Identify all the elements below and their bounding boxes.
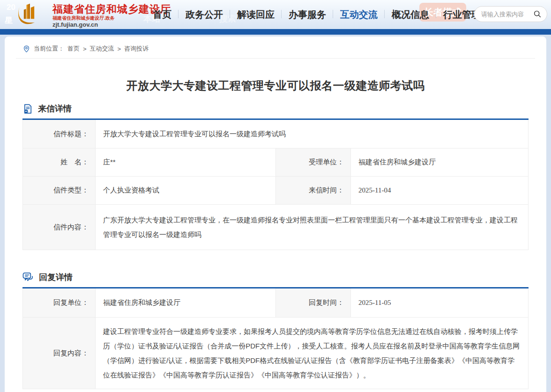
search-input[interactable] xyxy=(481,11,533,18)
letter-detail-icon xyxy=(22,104,33,114)
breadcrumb-consult-complaint[interactable]: 咨询投诉 xyxy=(124,44,149,53)
letter-title-value: 开放大学大专建设工程管理专业可以报名一级建造师考试吗 xyxy=(96,119,529,148)
breadcrumb: 当前位置： 首页 > 互动交流 > 咨询投诉 xyxy=(22,37,529,53)
nav-item-home[interactable]: 首页 xyxy=(153,8,171,21)
letter-content-label: 信件内容： xyxy=(23,205,96,250)
location-pin-icon xyxy=(22,45,30,53)
letter-section-title: 来信详情 xyxy=(38,103,72,114)
breadcrumb-home[interactable]: 首页 xyxy=(67,44,80,53)
breadcrumb-divider xyxy=(16,58,535,59)
reply-agency-label: 回复单位： xyxy=(23,288,96,318)
reply-content-label: 回复内容： xyxy=(23,318,96,389)
letter-date-value: 2025-11-04 xyxy=(351,177,529,205)
reply-section-header: 回复详情 xyxy=(22,272,529,283)
letter-type-value: 个人执业资格考试 xyxy=(96,177,276,205)
letter-type-label: 信件类型： xyxy=(23,177,96,205)
letter-content-value: 广东开放大学大专建设工程管理专业，在一级建造师报名专业对照表里面一栏工程管理里面… xyxy=(96,205,529,250)
nav-item-services[interactable]: 办事服务 xyxy=(289,8,326,21)
letter-name-label: 姓 名： xyxy=(23,148,96,177)
letter-detail-table: 信件标题： 开放大学大专建设工程管理专业可以报名一级建造师考试吗 姓 名： 庄*… xyxy=(22,118,529,250)
breadcrumb-separator: > xyxy=(118,45,121,52)
site-header: 20 年1 星 本站 搜索 长者模式 福建省住房和城乡建设厅 福建省住房和城乡建… xyxy=(0,0,551,29)
letter-agency-value: 福建省住房和城乡建设厅 xyxy=(351,148,529,177)
letter-name-value: 庄** xyxy=(96,148,276,177)
site-logo[interactable]: 福建省住房和城乡建设厅 福建省住房和城乡建设厅.政务 zjt.fujian.go… xyxy=(7,2,171,28)
page-title: 开放大学大专建设工程管理专业可以报名一级建造师考试吗 xyxy=(22,78,529,93)
breadcrumb-prefix: 当前位置： xyxy=(34,44,64,53)
building-logo-icon xyxy=(7,2,51,27)
letter-section-header: 来信详情 xyxy=(22,103,529,114)
table-row: 回复单位： 福建省住房和城乡建设厅 回复时间： 2025-11-05 xyxy=(23,288,529,318)
nav-item-gov-disclosure[interactable]: 政务公开 xyxy=(186,8,223,21)
reply-content-value: 建设工程管理专业符合一级建造师专业要求，如果报考人员提交的境内高等教育学历学位信… xyxy=(96,318,529,389)
nav-item-interaction[interactable]: 互动交流 xyxy=(340,8,378,21)
reply-date-value: 2025-11-05 xyxy=(351,288,529,318)
nav-item-overview[interactable]: 概况信息 xyxy=(392,8,429,21)
table-row: 信件类型： 个人执业资格考试 来信时间： 2025-11-04 xyxy=(23,177,529,205)
reply-detail-table: 回复单位： 福建省住房和城乡建设厅 回复时间： 2025-11-05 回复内容：… xyxy=(22,287,529,389)
reply-date-label: 回复时间： xyxy=(276,288,351,318)
search-icon[interactable] xyxy=(533,9,542,19)
content-card: 当前位置： 首页 > 互动交流 > 咨询投诉 开放大学大专建设工程管理专业可以报… xyxy=(5,37,546,392)
main-nav: 首页 政务公开 解读回应 办事服务 互动交流 概况信息 行业管理 xyxy=(153,0,481,29)
table-row: 姓 名： 庄** 受理单位： 福建省住房和城乡建设厅 xyxy=(23,148,529,177)
letter-agency-label: 受理单位： xyxy=(276,148,351,177)
reply-agency-value: 福建省住房和城乡建设厅 xyxy=(96,288,276,318)
nav-item-interpretation[interactable]: 解读回应 xyxy=(237,8,275,21)
letter-date-label: 来信时间： xyxy=(276,177,351,205)
table-row: 信件标题： 开放大学大专建设工程管理专业可以报名一级建造师考试吗 xyxy=(23,119,529,148)
table-row: 信件内容： 广东开放大学大专建设工程管理专业，在一级建造师报名专业对照表里面一栏… xyxy=(23,205,529,250)
table-row: 回复内容： 建设工程管理专业符合一级建造师专业要求，如果报考人员提交的境内高等教… xyxy=(23,318,529,389)
search-box[interactable] xyxy=(474,6,547,22)
breadcrumb-interaction[interactable]: 互动交流 xyxy=(90,44,114,53)
reply-section-title: 回复详情 xyxy=(39,272,73,283)
breadcrumb-separator: > xyxy=(83,45,87,52)
reply-detail-icon xyxy=(22,272,34,283)
letter-title-label: 信件标题： xyxy=(23,119,96,148)
header-divider-bar xyxy=(0,29,551,35)
